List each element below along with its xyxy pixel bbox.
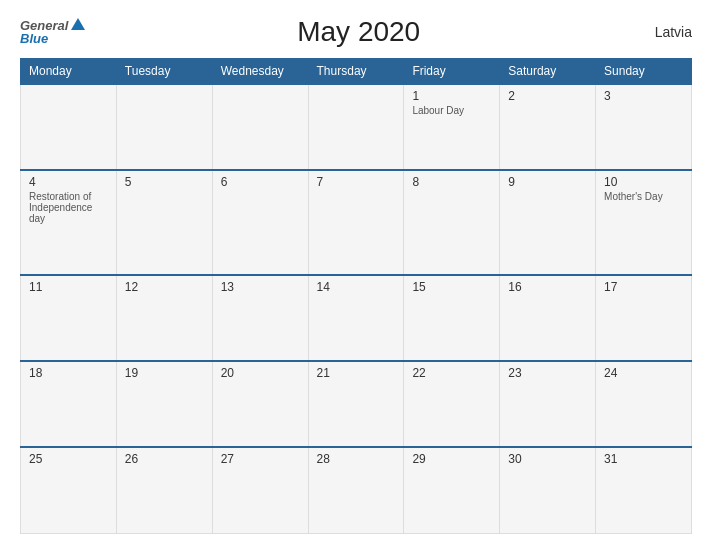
day-number: 17 <box>604 280 683 294</box>
day-number: 2 <box>508 89 587 103</box>
table-row: 28 <box>308 447 404 533</box>
day-event: Labour Day <box>412 105 491 116</box>
day-number: 13 <box>221 280 300 294</box>
col-thursday: Thursday <box>308 59 404 85</box>
table-row: 22 <box>404 361 500 447</box>
table-row: 8 <box>404 170 500 275</box>
logo-triangle-icon <box>71 18 85 30</box>
table-row: 12 <box>116 275 212 361</box>
day-number: 21 <box>317 366 396 380</box>
table-row: 15 <box>404 275 500 361</box>
calendar-header: General Blue May 2020 Latvia <box>20 16 692 48</box>
table-row <box>212 84 308 170</box>
table-row: 20 <box>212 361 308 447</box>
table-row: 17 <box>596 275 692 361</box>
table-row: 5 <box>116 170 212 275</box>
day-number: 27 <box>221 452 300 466</box>
col-friday: Friday <box>404 59 500 85</box>
day-number: 26 <box>125 452 204 466</box>
table-row: 16 <box>500 275 596 361</box>
table-row: 23 <box>500 361 596 447</box>
day-number: 18 <box>29 366 108 380</box>
table-row: 27 <box>212 447 308 533</box>
calendar-table: Monday Tuesday Wednesday Thursday Friday… <box>20 58 692 534</box>
table-row: 7 <box>308 170 404 275</box>
calendar-week-row: 18192021222324 <box>21 361 692 447</box>
table-row <box>21 84 117 170</box>
day-number: 7 <box>317 175 396 189</box>
day-number: 22 <box>412 366 491 380</box>
table-row: 14 <box>308 275 404 361</box>
day-number: 15 <box>412 280 491 294</box>
calendar-header-row: Monday Tuesday Wednesday Thursday Friday… <box>21 59 692 85</box>
table-row: 24 <box>596 361 692 447</box>
table-row <box>116 84 212 170</box>
day-number: 9 <box>508 175 587 189</box>
table-row: 4Restoration of Independence day <box>21 170 117 275</box>
calendar-week-row: 11121314151617 <box>21 275 692 361</box>
day-number: 12 <box>125 280 204 294</box>
calendar-week-row: 25262728293031 <box>21 447 692 533</box>
col-tuesday: Tuesday <box>116 59 212 85</box>
day-number: 16 <box>508 280 587 294</box>
day-number: 24 <box>604 366 683 380</box>
day-number: 6 <box>221 175 300 189</box>
calendar-week-row: 4Restoration of Independence day5678910M… <box>21 170 692 275</box>
logo: General Blue <box>20 19 85 45</box>
table-row: 19 <box>116 361 212 447</box>
day-number: 5 <box>125 175 204 189</box>
col-monday: Monday <box>21 59 117 85</box>
table-row: 29 <box>404 447 500 533</box>
calendar-week-row: 1Labour Day23 <box>21 84 692 170</box>
col-sunday: Sunday <box>596 59 692 85</box>
table-row: 10Mother's Day <box>596 170 692 275</box>
day-number: 1 <box>412 89 491 103</box>
day-number: 31 <box>604 452 683 466</box>
day-number: 10 <box>604 175 683 189</box>
table-row: 31 <box>596 447 692 533</box>
day-number: 14 <box>317 280 396 294</box>
table-row: 21 <box>308 361 404 447</box>
day-number: 23 <box>508 366 587 380</box>
table-row: 13 <box>212 275 308 361</box>
table-row: 25 <box>21 447 117 533</box>
day-number: 30 <box>508 452 587 466</box>
table-row: 30 <box>500 447 596 533</box>
day-number: 19 <box>125 366 204 380</box>
day-number: 3 <box>604 89 683 103</box>
table-row: 6 <box>212 170 308 275</box>
logo-blue: Blue <box>20 32 85 45</box>
table-row: 3 <box>596 84 692 170</box>
day-event: Restoration of Independence day <box>29 191 108 224</box>
day-number: 4 <box>29 175 108 189</box>
country-label: Latvia <box>632 24 692 40</box>
col-wednesday: Wednesday <box>212 59 308 85</box>
calendar-title: May 2020 <box>85 16 632 48</box>
day-number: 28 <box>317 452 396 466</box>
table-row <box>308 84 404 170</box>
table-row: 18 <box>21 361 117 447</box>
table-row: 11 <box>21 275 117 361</box>
day-number: 20 <box>221 366 300 380</box>
table-row: 2 <box>500 84 596 170</box>
day-number: 29 <box>412 452 491 466</box>
day-number: 8 <box>412 175 491 189</box>
day-number: 11 <box>29 280 108 294</box>
table-row: 26 <box>116 447 212 533</box>
day-number: 25 <box>29 452 108 466</box>
day-event: Mother's Day <box>604 191 683 202</box>
col-saturday: Saturday <box>500 59 596 85</box>
table-row: 1Labour Day <box>404 84 500 170</box>
table-row: 9 <box>500 170 596 275</box>
